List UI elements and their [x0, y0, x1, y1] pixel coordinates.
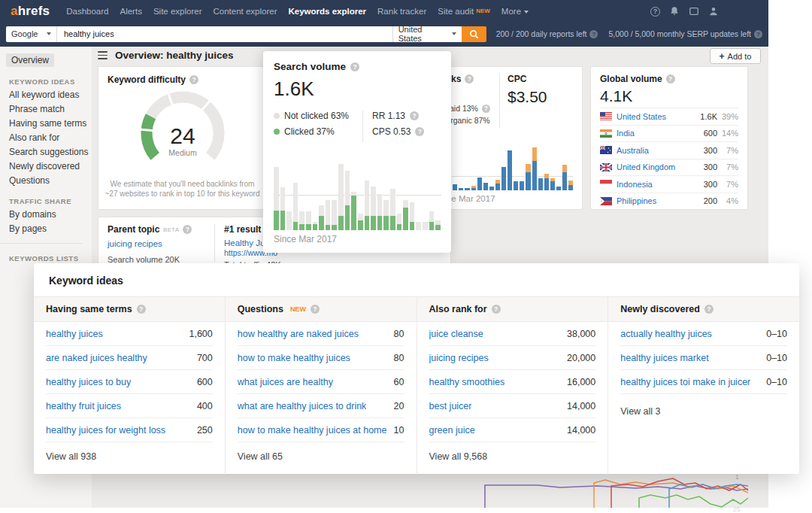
- help-icon[interactable]: [492, 305, 501, 314]
- help-icon[interactable]: [350, 62, 359, 71]
- keyword-link[interactable]: green juice: [429, 425, 475, 436]
- nav-item-more[interactable]: More: [501, 7, 529, 16]
- nav-item-alerts[interactable]: Alerts: [120, 7, 142, 16]
- country-link[interactable]: United Kingdom: [617, 162, 695, 172]
- app-background: 1 25 ahrefs Dashboard Alerts Site explor…: [0, 0, 768, 508]
- sidebar-item-by-pages[interactable]: By pages: [9, 223, 92, 235]
- collapse-sidebar-icon[interactable]: [98, 51, 108, 59]
- not-clicked-label: Not clicked 63%: [284, 111, 349, 121]
- keyword-link[interactable]: juice cleanse: [429, 329, 483, 339]
- help-icon[interactable]: [415, 127, 424, 136]
- help-icon[interactable]: [410, 111, 419, 120]
- nav-item-keywords-explorer[interactable]: Keywords explorer: [289, 7, 367, 16]
- help-icon[interactable]: [465, 74, 474, 83]
- keyword-link[interactable]: healthy juices for weight loss: [46, 425, 165, 436]
- keyword-link[interactable]: healthy juices: [46, 329, 103, 339]
- keyword-row: how to make healthy juices80: [238, 346, 404, 370]
- parent-topic-link[interactable]: juicing recipes: [108, 239, 214, 248]
- sidebar-item-newly-discovered[interactable]: Newly discovered: [9, 161, 92, 172]
- sidebar-item-all-keyword-ideas[interactable]: All keyword ideas: [9, 90, 92, 101]
- keyword-row: healthy juices for weight loss250: [46, 418, 213, 442]
- main-menu: Dashboard Alerts Site explorer Content e…: [66, 7, 529, 16]
- keyword-link[interactable]: how to make healthy juices at home: [238, 425, 387, 436]
- flag-au-icon: [600, 146, 612, 154]
- nav-item-site-explorer[interactable]: Site explorer: [153, 7, 202, 16]
- nav-item-site-audit[interactable]: Site auditNEW: [438, 7, 490, 16]
- keyword-link[interactable]: healthy juices toi make in juicer: [620, 377, 750, 387]
- keyword-row: healthy juices to buy600: [46, 370, 213, 394]
- help-icon[interactable]: [482, 105, 490, 113]
- sidebar-item-by-domains[interactable]: By domains: [9, 209, 92, 220]
- sidebar-item-having-same-terms[interactable]: Having same terms: [9, 118, 92, 129]
- country-link[interactable]: Indonesia: [617, 180, 695, 189]
- nav-item-content-explorer[interactable]: Content explorer: [213, 7, 277, 16]
- sidebar-divider: [0, 243, 83, 244]
- view-all-link[interactable]: View all 65: [238, 451, 404, 462]
- keyword-volume: 80: [394, 329, 404, 339]
- help-icon[interactable]: ?: [754, 30, 762, 38]
- view-all-link[interactable]: View all 3: [620, 406, 787, 417]
- sidebar-item-also-rank-for[interactable]: Also rank for: [9, 132, 92, 144]
- search-engine-select[interactable]: Google: [6, 26, 57, 42]
- view-all-link[interactable]: View all 938: [46, 451, 213, 462]
- country-link[interactable]: United States: [617, 112, 695, 121]
- keyword-link[interactable]: how healthy are naked juices: [238, 329, 359, 339]
- country-select[interactable]: United States: [392, 26, 462, 42]
- keyword-volume: 600: [197, 377, 213, 387]
- help-icon[interactable]: [183, 225, 192, 234]
- keyword-difficulty-card: Keyword difficulty 24 Medium We estimate…: [98, 66, 267, 210]
- keyword-row: best juicer14,000: [429, 394, 596, 418]
- keyword-link[interactable]: juicing recipes: [429, 353, 489, 363]
- quota-info: 200 / 200 daily reports left? 5,000 / 5,…: [496, 29, 762, 38]
- search-button[interactable]: [462, 26, 486, 42]
- help-icon[interactable]: ?: [589, 30, 598, 38]
- sidebar-section-keyword-ideas: KEYWORD IDEAS: [9, 77, 92, 86]
- country-share: 14%: [717, 129, 738, 138]
- keyword-volume: 20: [394, 401, 404, 411]
- keyword-link[interactable]: how to make healthy juices: [238, 353, 350, 363]
- column-questions: QuestionsNEW how healthy are naked juice…: [226, 297, 417, 475]
- keyword-link[interactable]: what are healthy juices to drink: [238, 401, 367, 411]
- sidebar-item-phrase-match[interactable]: Phrase match: [9, 104, 92, 115]
- keyword-volume: 16,000: [567, 377, 595, 387]
- keyword-link[interactable]: healthy juices to buy: [46, 377, 131, 387]
- keyword-link[interactable]: what juices are healthy: [238, 377, 333, 387]
- user-icon[interactable]: [708, 6, 719, 17]
- sidebar-item-questions[interactable]: Questions: [9, 175, 92, 187]
- column-header: Also rank for: [429, 304, 487, 314]
- keyword-link[interactable]: are naked juices healthy: [46, 353, 147, 363]
- help-icon[interactable]: ?: [650, 7, 660, 17]
- keyword-link[interactable]: healthy juices market: [620, 353, 708, 363]
- nav-item-dashboard[interactable]: Dashboard: [66, 7, 108, 16]
- keyword-link[interactable]: actually healthy juices: [620, 329, 712, 339]
- keyword-link[interactable]: healthy fruit juices: [46, 401, 121, 411]
- kd-title: Keyword difficulty: [108, 74, 186, 85]
- keyword-link[interactable]: healthy smoothies: [429, 377, 505, 387]
- reports-left-text: 200 / 200 daily reports left: [496, 29, 587, 38]
- country-link[interactable]: Philippines: [617, 196, 695, 205]
- country-link[interactable]: Australia: [617, 146, 695, 155]
- keyword-search-input[interactable]: [57, 26, 392, 42]
- bell-icon[interactable]: [669, 6, 680, 17]
- help-icon[interactable]: [666, 74, 675, 83]
- new-badge: NEW: [290, 305, 306, 313]
- ahrefs-logo[interactable]: ahrefs: [11, 4, 50, 19]
- help-icon[interactable]: [704, 305, 714, 314]
- organic-share: Organic 87%: [444, 116, 490, 125]
- keyword-volume: 0–10: [766, 377, 787, 387]
- keyword-row: juice cleanse38,000: [429, 322, 596, 346]
- sidebar-item-search-suggestions[interactable]: Search suggestions: [9, 147, 92, 158]
- help-icon[interactable]: [189, 75, 198, 84]
- nav-item-rank-tracker[interactable]: Rank tracker: [377, 7, 426, 16]
- help-icon[interactable]: [311, 305, 320, 314]
- country-row: United Kingdom 300 7%: [600, 159, 738, 176]
- help-icon[interactable]: [137, 305, 146, 314]
- kd-score: 24: [170, 123, 195, 148]
- view-all-link[interactable]: View all 9,568: [429, 451, 596, 462]
- column-header: Newly discovered: [620, 304, 700, 314]
- country-link[interactable]: India: [617, 129, 695, 138]
- keyword-link[interactable]: best juicer: [429, 401, 472, 411]
- apps-icon[interactable]: [689, 6, 699, 17]
- add-to-button[interactable]: +Add to: [710, 48, 761, 64]
- sidebar-item-overview[interactable]: Overview: [6, 53, 54, 67]
